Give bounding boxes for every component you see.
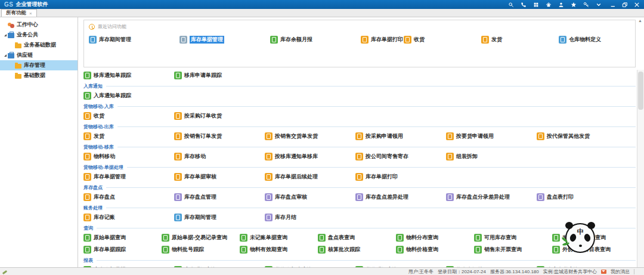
sidebar-item-业务基础数据[interactable]: 业务基础数据 xyxy=(0,40,78,50)
function-item[interactable]: 物料价格查询 xyxy=(396,245,474,254)
function-item[interactable]: 发中查询 xyxy=(552,233,630,242)
sidebar-item-基础数据[interactable]: 基础数据 xyxy=(0,70,78,81)
function-item[interactable]: 库存记账 xyxy=(83,213,174,222)
function-item[interactable]: 发货 xyxy=(481,35,559,44)
function-item[interactable]: 核算批次跟踪 xyxy=(318,245,396,254)
function-item[interactable]: 库存盘点审核 xyxy=(265,193,355,202)
minimize-icon[interactable] xyxy=(610,2,616,8)
function-item[interactable]: 按销售订单发货 xyxy=(174,132,265,141)
function-item[interactable]: 按采购申请领用 xyxy=(355,132,446,141)
function-item[interactable]: 可用库存查询 xyxy=(474,233,552,242)
function-item[interactable]: 库存移动 xyxy=(174,152,265,161)
close-icon[interactable] xyxy=(634,2,640,8)
function-item[interactable]: 物料批号跟踪 xyxy=(162,245,240,254)
vertical-scrollbar[interactable] xyxy=(637,70,644,267)
scrollbar-thumb[interactable] xyxy=(638,72,643,110)
home-icon[interactable] xyxy=(546,2,552,8)
function-item[interactable]: 按销售交货单发货 xyxy=(265,132,355,141)
function-item[interactable]: 移库通知单跟踪 xyxy=(83,71,174,80)
function-item[interactable]: 盘点表查询 xyxy=(318,233,396,242)
function-item[interactable]: 按代保管其他发货 xyxy=(537,132,627,141)
function-item[interactable]: 按公司间寄售寄存 xyxy=(355,152,446,161)
expand-arrow-icon[interactable] xyxy=(2,34,8,36)
phone-icon[interactable] xyxy=(521,2,527,8)
function-item[interactable]: 库存单据管理 xyxy=(83,172,174,181)
section-header: 货物移动-出库 xyxy=(83,123,636,130)
function-item[interactable]: 按要货申请领用 xyxy=(446,132,537,141)
function-icon xyxy=(83,214,91,221)
function-item[interactable]: 库存单据打印 xyxy=(361,35,404,44)
function-item[interactable]: 物料有效期查询 xyxy=(240,245,318,254)
tab-all-functions[interactable]: 所有功能× xyxy=(1,9,37,17)
function-label: 按销售订单发货 xyxy=(184,132,222,140)
tab-strip: 所有功能× xyxy=(0,9,644,17)
function-item[interactable]: 收货 xyxy=(83,112,174,120)
function-item[interactable]: 组装拆卸 xyxy=(446,152,537,161)
function-item[interactable]: 入库通知单跟踪 xyxy=(83,91,174,100)
function-item[interactable]: 库存期间管理 xyxy=(174,213,265,222)
folder-icon xyxy=(15,44,21,48)
function-item[interactable]: 物料分布查询 xyxy=(396,233,474,242)
function-icon xyxy=(474,246,482,254)
briefcase-icon xyxy=(8,53,14,58)
function-item[interactable]: 库存单据管理 xyxy=(179,35,270,44)
function-item[interactable]: 库存盘点差异处理 xyxy=(355,193,446,202)
section-divider xyxy=(117,126,636,127)
sidebar-item-label: 工作中心 xyxy=(17,21,38,29)
function-icon xyxy=(240,234,247,242)
section-divider xyxy=(106,187,636,188)
function-label: 核算批次跟踪 xyxy=(328,246,360,254)
function-item[interactable]: 库存盘点 xyxy=(83,193,174,202)
function-label: 库存月结 xyxy=(275,214,296,221)
function-label: 发货 xyxy=(491,36,502,44)
function-row: 库存盘点库存盘点管理库存盘点审核库存盘点差异处理库存盘点分录差异处理盘点表打印 xyxy=(83,193,636,202)
restore-icon[interactable] xyxy=(622,2,628,8)
function-item[interactable]: 库存盘点管理 xyxy=(174,193,265,202)
close-tab-icon[interactable]: × xyxy=(29,11,32,16)
function-item[interactable]: 库存单据打印 xyxy=(355,172,446,181)
function-item[interactable]: 库存单据审核 xyxy=(174,172,265,181)
function-label: 物料移动 xyxy=(94,153,115,160)
function-item[interactable]: 按采购订单收货 xyxy=(174,112,265,120)
function-label: 按要货申请领用 xyxy=(456,132,494,140)
sidebar-item-库存管理[interactable]: 库存管理 xyxy=(0,60,78,70)
function-item[interactable]: 库存月结 xyxy=(265,213,355,222)
search-icon[interactable] xyxy=(508,2,514,8)
function-item[interactable]: 原始单据查询 xyxy=(83,233,162,242)
function-item[interactable]: 库存单据跟踪 xyxy=(83,245,162,254)
section: 库存盘点库存盘点库存盘点管理库存盘点审核库存盘点差异处理库存盘点分录差异处理盘点… xyxy=(83,184,636,202)
function-label: 入库通知单跟踪 xyxy=(94,92,131,100)
function-item[interactable]: 原始单据-交易记录查询 xyxy=(162,233,240,242)
function-row: 发货按销售订单发货按销售交货单发货按采购申请领用按要货申请领用按代保管其他发货 xyxy=(83,132,636,141)
star-icon[interactable] xyxy=(571,2,577,8)
function-item[interactable]: 库存单据后续处理 xyxy=(265,172,355,181)
function-item[interactable]: 盘点表打印 xyxy=(537,193,627,202)
sidebar-item-供应链[interactable]: 供应链 xyxy=(0,50,78,60)
function-item[interactable]: 销售未开票查询 xyxy=(474,245,552,254)
function-item[interactable]: 仓库物料定义 xyxy=(559,35,630,44)
mail-icon[interactable] xyxy=(601,270,606,274)
function-item[interactable]: 收货 xyxy=(404,35,481,44)
sidebar-item-业务公共[interactable]: 业务公共 xyxy=(0,30,78,40)
panel-toggle-icon[interactable]: ▲ xyxy=(637,18,643,23)
function-item[interactable]: 库存期间管理 xyxy=(89,35,179,44)
function-item[interactable]: 库存余额月报 xyxy=(270,35,361,44)
apps-grid-icon[interactable] xyxy=(533,2,539,8)
key-icon[interactable] xyxy=(583,2,589,8)
panda-nose xyxy=(579,245,582,247)
function-item[interactable]: 未记账单据查询 xyxy=(240,233,318,242)
user-icon[interactable] xyxy=(558,2,564,8)
chevron-down-icon[interactable] xyxy=(596,2,602,8)
statusbar-messages-link[interactable]: 我的消息 xyxy=(611,268,630,275)
sidebar-item-工作中心[interactable]: 工作中心 xyxy=(0,20,78,30)
expand-arrow-icon[interactable] xyxy=(2,54,8,57)
function-item[interactable]: 按移库通知单移库 xyxy=(265,152,355,161)
function-label: 库存单据打印 xyxy=(371,36,403,44)
function-label: 盘点表查询 xyxy=(328,234,355,242)
function-item[interactable]: 库存盘点分录差异处理 xyxy=(446,193,537,202)
function-item[interactable]: 移库申请单跟踪 xyxy=(174,71,265,80)
function-item[interactable]: 发货 xyxy=(83,132,174,141)
function-item[interactable]: 物料移动 xyxy=(83,152,174,161)
function-label: 库存单据跟踪 xyxy=(94,246,126,254)
function-label: 物料价格查询 xyxy=(406,246,438,254)
